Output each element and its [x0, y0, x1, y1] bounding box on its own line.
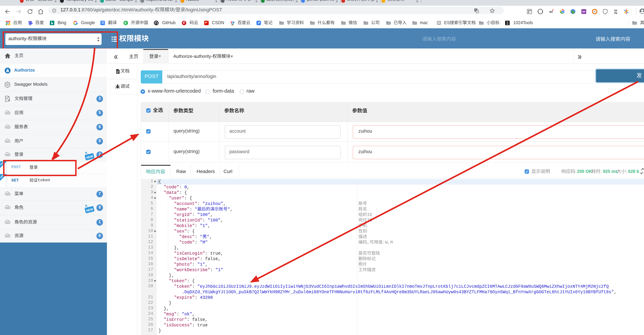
svg-text:API: API — [6, 235, 9, 237]
svg-text:Git: Git — [614, 9, 617, 12]
svg-text:du: du — [29, 23, 31, 25]
svg-text:API: API — [6, 206, 9, 208]
svg-text:RP: RP — [582, 10, 585, 13]
svg-text:API: API — [6, 112, 9, 114]
svg-text:A: A — [7, 84, 8, 86]
svg-text:A: A — [477, 10, 478, 12]
svg-text:24: 24 — [506, 23, 508, 25]
svg-text:{..}: {..} — [538, 10, 543, 13]
svg-text:Zip: Zip — [614, 12, 617, 14]
svg-text:API: API — [6, 140, 9, 142]
svg-text:API: API — [6, 154, 9, 156]
svg-text:en: en — [549, 10, 553, 14]
svg-text:API: API — [6, 126, 9, 128]
svg-text:1: 1 — [438, 22, 438, 24]
svg-text:API: API — [6, 221, 9, 223]
svg-text:9: 9 — [440, 22, 440, 24]
svg-text:10: 10 — [506, 21, 508, 23]
svg-text:API: API — [6, 193, 9, 195]
